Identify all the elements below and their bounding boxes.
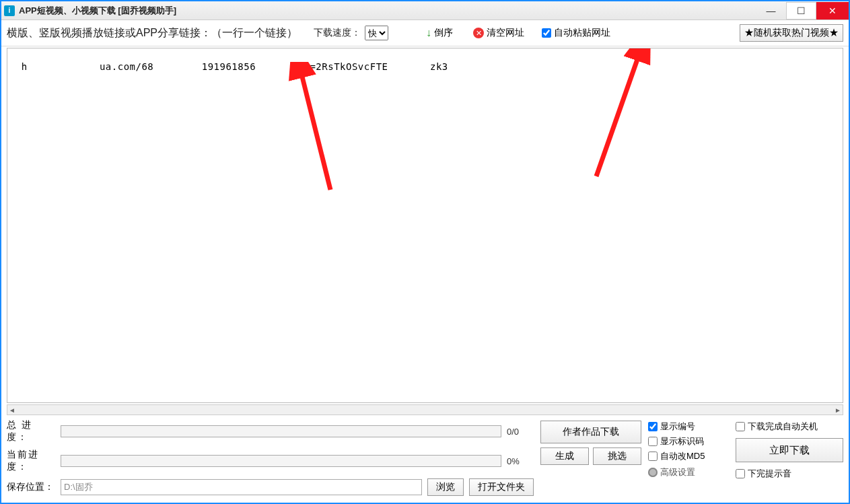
- show-index-checkbox[interactable]: 显示编号: [648, 421, 729, 433]
- progress-column: 总 进 度： 0/0 当前进度： 0% 保存位置： 浏览 打开文件夹: [7, 419, 534, 496]
- generate-button[interactable]: 生成: [540, 447, 589, 465]
- annotation-arrow-icon: [583, 48, 677, 183]
- current-progress-text: 0%: [507, 456, 534, 466]
- current-progress-row: 当前进度： 0%: [7, 449, 534, 473]
- done-sound-label: 下完提示音: [748, 468, 791, 480]
- current-progress-bar: [61, 455, 501, 467]
- scroll-left-icon: ◄: [9, 406, 15, 414]
- show-index-input[interactable]: [648, 422, 658, 431]
- total-progress-row: 总 进 度： 0/0: [7, 419, 534, 443]
- advanced-settings-button[interactable]: 高级设置: [648, 466, 729, 478]
- app-icon: i: [4, 5, 15, 16]
- maximize-button[interactable]: ☐: [786, 2, 816, 20]
- horizontal-scrollbar[interactable]: ◄ ►: [7, 404, 843, 415]
- options-column: 显示编号 显示标识码 自动改MD5 高级设置: [648, 419, 729, 496]
- save-row: 保存位置： 浏览 打开文件夹: [7, 478, 534, 496]
- url-textarea[interactable]: h ua.com/68 191961856 ag=2RsTkOSvcFTE zk…: [7, 48, 843, 403]
- autopaste-label: 自动粘贴网址: [554, 27, 610, 39]
- done-sound-checkbox[interactable]: 下完提示音: [736, 468, 843, 480]
- done-sound-input[interactable]: [736, 469, 745, 478]
- auto-shutdown-checkbox[interactable]: 下载完成自动关机: [736, 421, 843, 433]
- autopaste-checkbox[interactable]: 自动粘贴网址: [539, 26, 613, 40]
- window-title: APP短视频、小视频下载 [固乔视频助手]: [19, 5, 176, 17]
- show-id-checkbox[interactable]: 显示标识码: [648, 435, 729, 447]
- auto-shutdown-label: 下载完成自动关机: [748, 421, 818, 433]
- auto-shutdown-input[interactable]: [736, 422, 745, 431]
- toolbar: 横版、竖版视频播放链接或APP分享链接：（一行一个链接） 下载速度： 快 ↓ 倒…: [1, 20, 849, 46]
- current-progress-label: 当前进度：: [7, 449, 55, 473]
- right-column: 下载完成自动关机 立即下载 下完提示音: [736, 419, 843, 496]
- instruction-label: 横版、竖版视频播放链接或APP分享链接：（一行一个链接）: [7, 26, 297, 40]
- close-button[interactable]: ✕: [816, 2, 849, 20]
- gear-icon: [648, 468, 658, 477]
- open-folder-button[interactable]: 打开文件夹: [469, 478, 534, 496]
- advanced-label: 高级设置: [660, 466, 695, 478]
- author-download-button[interactable]: 作者作品下载: [540, 421, 641, 443]
- random-hot-button[interactable]: ★随机获取热门视频★: [740, 24, 843, 42]
- auto-md5-input[interactable]: [648, 452, 658, 461]
- show-id-input[interactable]: [648, 437, 658, 446]
- auto-md5-label: 自动改MD5: [660, 450, 705, 462]
- clear-url-button[interactable]: ✕ 清空网址: [470, 26, 527, 40]
- save-path-input[interactable]: [61, 479, 422, 495]
- total-progress-label: 总 进 度：: [7, 419, 55, 443]
- annotation-arrow-icon: [263, 62, 344, 196]
- bottom-panel: 总 进 度： 0/0 当前进度： 0% 保存位置： 浏览 打开文件夹 作者作品下…: [1, 415, 849, 503]
- speed-label: 下载速度：: [314, 27, 361, 39]
- svg-line-0: [300, 69, 330, 190]
- autopaste-input[interactable]: [542, 28, 551, 38]
- mid-column: 作者作品下载 生成 挑选: [540, 419, 641, 496]
- speed-select[interactable]: 快: [365, 26, 388, 40]
- window-controls: — ☐ ✕: [756, 2, 849, 20]
- close-circle-icon: ✕: [473, 28, 484, 38]
- title-bar: i APP短视频、小视频下载 [固乔视频助手] — ☐ ✕: [1, 1, 849, 20]
- show-index-label: 显示编号: [660, 421, 695, 433]
- clear-label: 清空网址: [487, 27, 524, 39]
- show-id-label: 显示标识码: [660, 435, 704, 447]
- url-line: h ua.com/68 191961856 ag=2RsTkOSvcFTE zk…: [22, 61, 448, 72]
- minimize-button[interactable]: —: [756, 2, 786, 20]
- reverse-label: 倒序: [434, 27, 453, 39]
- gen-pick-row: 生成 挑选: [540, 447, 641, 465]
- total-progress-text: 0/0: [507, 427, 534, 437]
- arrow-down-icon: ↓: [426, 27, 431, 39]
- svg-line-1: [596, 52, 640, 176]
- scroll-right-icon: ►: [835, 406, 841, 414]
- total-progress-bar: [61, 425, 501, 437]
- pick-button[interactable]: 挑选: [593, 447, 641, 465]
- auto-md5-checkbox[interactable]: 自动改MD5: [648, 450, 729, 462]
- browse-button[interactable]: 浏览: [427, 478, 464, 496]
- reverse-button[interactable]: ↓ 倒序: [423, 26, 456, 40]
- download-now-button[interactable]: 立即下载: [736, 438, 843, 462]
- save-label: 保存位置：: [7, 481, 55, 493]
